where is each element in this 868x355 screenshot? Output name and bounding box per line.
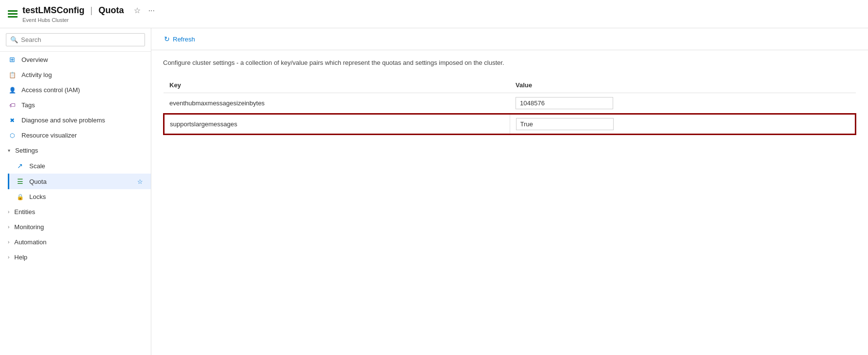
row-value [510, 93, 856, 114]
automation-group-header[interactable]: › Automation [0, 235, 151, 250]
settings-group-header[interactable]: ▾ Settings [0, 143, 151, 158]
locks-icon: 🔒 [16, 194, 24, 200]
iam-icon: 👤 [8, 87, 17, 94]
col-header-key: Key [164, 78, 510, 93]
sidebar-item-label: Scale [29, 162, 143, 170]
sidebar-item-label: Diagnose and solve problems [21, 117, 143, 124]
settings-sub-nav: ↗ Scale ☰ Quota ☆ 🔒 Locks [0, 158, 151, 204]
search-icon: 🔍 [10, 36, 18, 43]
search-input[interactable] [21, 36, 141, 43]
tags-icon: 🏷 [8, 102, 17, 109]
row-value-highlighted [510, 114, 856, 135]
sidebar-item-label: Locks [29, 193, 143, 200]
sidebar-item-label: Tags [21, 101, 143, 109]
refresh-label: Refresh [173, 36, 195, 43]
table-header-row: Key Value [164, 78, 856, 93]
table-body: eventhubmaxmessagesizeinbytes supportsla… [164, 93, 856, 135]
resource-name: testLMSConfig [22, 5, 84, 16]
quota-icon: ☰ [16, 178, 24, 185]
help-group-label: Help [14, 254, 27, 261]
sidebar-item-quota[interactable]: ☰ Quota ☆ [8, 174, 151, 189]
quota-table: Key Value eventhubmaxmessagesizeinbytes … [163, 78, 856, 135]
monitoring-group-header[interactable]: › Monitoring [0, 219, 151, 235]
overview-icon: ⊞ [8, 56, 17, 63]
quota-favorite-icon: ☆ [137, 178, 143, 185]
sidebar-item-scale[interactable]: ↗ Scale [8, 158, 151, 174]
chevron-down-icon: ▾ [8, 148, 10, 153]
sidebar-item-label: Overview [21, 56, 143, 63]
chevron-right-icon: › [8, 224, 9, 230]
chevron-right-icon: › [8, 209, 9, 215]
sidebar: 🔍 ⊞ Overview 📋 Activity log 👤 Access con… [0, 28, 151, 355]
refresh-button[interactable]: ↻ Refresh [161, 33, 198, 45]
more-options-button[interactable]: ··· [146, 5, 157, 16]
content-area: Configure cluster settings - a collectio… [151, 50, 868, 143]
title-separator: | [90, 5, 93, 16]
value-input-highlighted[interactable] [516, 118, 614, 130]
sidebar-item-label: Resource visualizer [21, 132, 143, 139]
visualizer-icon: ⬡ [8, 132, 17, 139]
toolbar: ↻ Refresh [151, 28, 868, 50]
page-title: Quota [99, 5, 124, 16]
sidebar-item-access-control[interactable]: 👤 Access control (IAM) [0, 82, 151, 98]
layout: 🔍 ⊞ Overview 📋 Activity log 👤 Access con… [0, 28, 868, 355]
sidebar-item-label: Access control (IAM) [21, 86, 143, 94]
favorite-button[interactable]: ☆ [132, 5, 143, 16]
sidebar-item-activity-log[interactable]: 📋 Activity log [0, 67, 151, 82]
help-group-header[interactable]: › Help [0, 250, 151, 265]
header-title: testLMSConfig | Quota ☆ ··· [22, 5, 157, 16]
chevron-right-icon: › [8, 239, 9, 245]
row-key: eventhubmaxmessagesizeinbytes [164, 93, 510, 114]
col-header-value: Value [510, 78, 856, 93]
diagnose-icon: ✖ [8, 117, 17, 124]
sidebar-item-resource-visualizer[interactable]: ⬡ Resource visualizer [0, 128, 151, 143]
search-box[interactable]: 🔍 [6, 33, 145, 46]
settings-group-label: Settings [15, 147, 38, 154]
row-key-highlighted: supportslargemessages [164, 114, 510, 135]
monitoring-group-label: Monitoring [14, 223, 44, 231]
value-input[interactable] [516, 97, 613, 109]
chevron-right-icon: › [8, 255, 9, 260]
activity-log-icon: 📋 [8, 72, 17, 79]
refresh-icon: ↻ [164, 35, 170, 43]
scale-icon: ↗ [16, 162, 24, 170]
sidebar-item-label: Quota [29, 178, 132, 185]
header-title-group: testLMSConfig | Quota ☆ ··· Event Hubs C… [22, 5, 157, 23]
header: testLMSConfig | Quota ☆ ··· Event Hubs C… [0, 0, 868, 28]
resource-subtitle: Event Hubs Cluster [22, 17, 157, 23]
automation-group-label: Automation [14, 238, 46, 246]
sidebar-item-tags[interactable]: 🏷 Tags [0, 98, 151, 113]
main-content: ↻ Refresh Configure cluster settings - a… [151, 28, 868, 355]
sidebar-item-label: Activity log [21, 71, 143, 79]
table-row-highlighted: supportslargemessages [164, 114, 856, 135]
table-header: Key Value [164, 78, 856, 93]
entities-group-header[interactable]: › Entities [0, 204, 151, 219]
azure-menu-icon [8, 10, 18, 18]
sidebar-item-locks[interactable]: 🔒 Locks [8, 189, 151, 204]
sidebar-item-diagnose[interactable]: ✖ Diagnose and solve problems [0, 113, 151, 128]
header-actions: ☆ ··· [132, 5, 157, 16]
sidebar-item-overview[interactable]: ⊞ Overview [0, 52, 151, 67]
entities-group-label: Entities [14, 208, 35, 216]
table-row: eventhubmaxmessagesizeinbytes [164, 93, 856, 114]
page-description: Configure cluster settings - a collectio… [163, 58, 856, 68]
search-container: 🔍 [0, 28, 151, 52]
